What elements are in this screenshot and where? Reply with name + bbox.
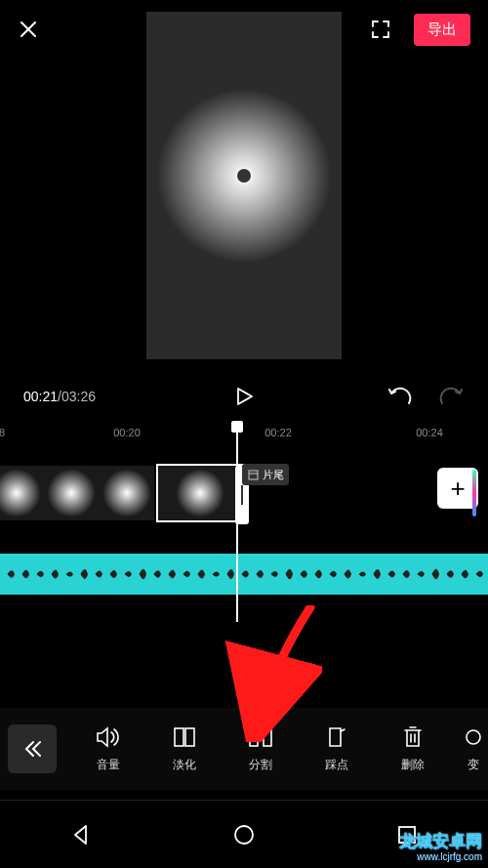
tool-delete[interactable]: 删除 xyxy=(375,724,451,773)
nav-home-icon[interactable] xyxy=(232,823,256,847)
undo-icon[interactable] xyxy=(386,387,412,406)
video-track[interactable]: 片尾 xyxy=(0,464,488,536)
svg-rect-3 xyxy=(250,728,258,746)
svg-rect-0 xyxy=(249,471,258,479)
export-button[interactable]: 导出 xyxy=(414,14,470,46)
svg-rect-4 xyxy=(264,728,271,746)
delete-icon xyxy=(402,724,424,750)
redo-icon[interactable] xyxy=(439,387,465,406)
volume-icon xyxy=(96,724,121,750)
tool-fade[interactable]: 淡化 xyxy=(146,724,223,773)
time-display: 00:21/03:26 xyxy=(23,389,96,404)
add-clip-button[interactable] xyxy=(437,468,478,509)
fullscreen-icon[interactable] xyxy=(371,20,390,39)
collapse-button[interactable] xyxy=(8,724,57,773)
end-badge[interactable]: 片尾 xyxy=(242,464,289,485)
change-icon xyxy=(466,724,481,750)
play-button[interactable] xyxy=(233,386,255,407)
svg-rect-1 xyxy=(175,728,183,746)
watermark: 龙城安卓网 www.lcjrfg.com xyxy=(399,833,482,862)
audio-track[interactable] xyxy=(0,554,488,595)
time-ruler[interactable]: 8 00:20 00:22 00:24 xyxy=(0,427,488,452)
video-clip-selected[interactable]: 片尾 xyxy=(156,464,244,522)
svg-rect-2 xyxy=(185,728,194,746)
svg-point-6 xyxy=(235,826,253,844)
split-icon xyxy=(248,724,273,750)
tool-split[interactable]: 分割 xyxy=(223,724,299,773)
video-clip[interactable] xyxy=(0,464,156,522)
fade-icon xyxy=(173,724,196,750)
svg-point-5 xyxy=(467,730,480,744)
nav-back-icon[interactable] xyxy=(69,823,93,847)
playhead[interactable] xyxy=(236,427,238,622)
video-preview[interactable] xyxy=(146,12,342,359)
close-icon[interactable] xyxy=(18,19,39,40)
beat-icon xyxy=(326,724,347,750)
tool-change[interactable]: 变 xyxy=(451,724,488,773)
tool-beat[interactable]: 踩点 xyxy=(299,724,375,773)
tool-volume[interactable]: 音量 xyxy=(70,724,146,773)
